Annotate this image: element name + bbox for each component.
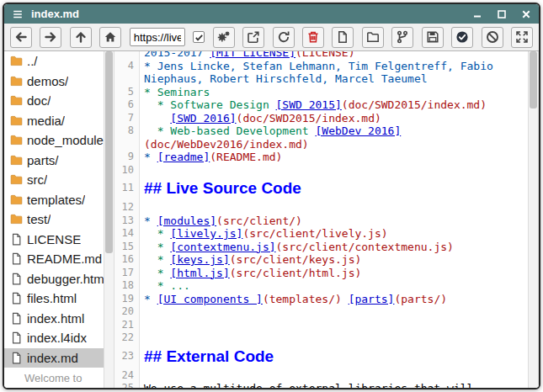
- sidebar-item-license[interactable]: LICENSE: [4, 230, 104, 250]
- file-name: debugger.html: [27, 272, 104, 286]
- line-number: 18: [114, 279, 140, 293]
- line-number: 12: [114, 201, 140, 215]
- code-line[interactable]: 20: [114, 305, 528, 319]
- code-line[interactable]: Niephaus, Robert Hirschfeld, Marcel Taeu…: [114, 72, 528, 86]
- code-line[interactable]: 5* Seminars: [114, 86, 528, 99]
- url-input[interactable]: [130, 28, 185, 46]
- folder-icon: [10, 114, 23, 127]
- open-external-button[interactable]: [242, 27, 264, 48]
- sidebar-item-debugger-html[interactable]: debugger.html: [4, 269, 104, 289]
- line-text: * [lively.js](src/client/lively.js): [140, 227, 528, 241]
- maximize-button[interactable]: [497, 9, 507, 19]
- code-line[interactable]: 21: [114, 319, 528, 332]
- close-icon: [521, 9, 531, 19]
- line-number: 9: [114, 151, 140, 164]
- code-line[interactable]: 12: [114, 201, 528, 215]
- file-icon: [10, 331, 23, 344]
- sidebar-scrollbar[interactable]: [104, 51, 114, 388]
- code-line[interactable]: 2015-2017 [MIT LICENSE](LICENSE): [114, 51, 528, 60]
- code-line[interactable]: 18 * ...: [114, 279, 528, 293]
- file-icon: [10, 252, 23, 265]
- sidebar-item-test[interactable]: test/: [4, 209, 104, 230]
- code-line[interactable]: 8 * Web-based Development [WebDev 2016]: [114, 124, 528, 138]
- editor-scrollbar[interactable]: [528, 51, 539, 388]
- refresh-button[interactable]: [273, 27, 295, 48]
- titlebar[interactable]: index.md: [4, 4, 539, 24]
- code-line[interactable]: 19* [UI components ](templates/) [parts]…: [114, 293, 528, 306]
- code-line[interactable]: 15 * [contextmenu.js](src/client/context…: [114, 241, 528, 254]
- line-number: 10: [114, 164, 140, 177]
- code-line[interactable]: 23## External Code: [114, 345, 528, 369]
- trash-icon: [306, 30, 320, 44]
- refresh-icon: [277, 30, 290, 44]
- back-button[interactable]: [10, 27, 32, 48]
- home-button[interactable]: [99, 27, 121, 48]
- app-window: index.md ../demos/doc/media/node_modules…: [3, 3, 540, 389]
- scrollbar-thumb[interactable]: [530, 51, 537, 109]
- sidebar-item-templates[interactable]: templates/: [4, 190, 104, 210]
- sidebar-item-doc[interactable]: doc/: [4, 91, 104, 111]
- file-name: README.md: [27, 252, 102, 266]
- line-text: Niephaus, Robert Hirschfeld, Marcel Taeu…: [140, 72, 528, 86]
- sidebar-item-index-md[interactable]: index.md: [4, 348, 104, 368]
- line-text: [140, 331, 528, 345]
- sidebar-item-media[interactable]: media/: [4, 111, 104, 131]
- expand-icon: [515, 30, 529, 44]
- sidebar-item-src[interactable]: src/: [4, 170, 104, 190]
- line-text: * Jens Lincke, Stefan Lehmann, Tim Felge…: [140, 60, 528, 73]
- delete-button[interactable]: [302, 27, 324, 48]
- version-control-button[interactable]: [391, 27, 413, 48]
- code-line[interactable]: 9* [readme](README.md): [114, 151, 528, 164]
- up-button[interactable]: [70, 27, 92, 48]
- menu-icon[interactable]: [12, 8, 24, 20]
- fullscreen-button[interactable]: [511, 27, 533, 48]
- code-line[interactable]: 22: [114, 331, 528, 345]
- sidebar-item-files-html[interactable]: files.html: [4, 289, 104, 309]
- forward-button[interactable]: [40, 27, 61, 48]
- code-line[interactable]: 13* [modules](src/client/): [114, 215, 528, 228]
- checkmark-icon: [194, 33, 204, 42]
- gears-icon: [217, 30, 231, 44]
- line-number: 8: [114, 124, 140, 138]
- minimize-button[interactable]: [472, 9, 482, 19]
- scrollbar-thumb[interactable]: [105, 51, 113, 253]
- close-button[interactable]: [521, 9, 531, 19]
- sidebar-item-readme-md[interactable]: README.md: [4, 249, 104, 269]
- file-name: index.md: [27, 351, 78, 365]
- line-number: 15: [114, 241, 140, 254]
- accept-button[interactable]: [451, 27, 473, 48]
- sidebar-item-parts[interactable]: parts/: [4, 151, 104, 171]
- cancel-button[interactable]: [482, 27, 503, 48]
- sidebar-item-index-l4idx[interactable]: index.l4idx: [4, 328, 104, 348]
- code-line[interactable]: 16 * [keys.js](src/client/keys.js): [114, 253, 528, 267]
- code-line[interactable]: 4* Jens Lincke, Stefan Lehmann, Tim Felg…: [114, 60, 528, 73]
- code-line[interactable]: 24: [114, 369, 528, 383]
- settings-button[interactable]: [213, 27, 235, 48]
- minimize-icon: [472, 9, 482, 19]
- code-line[interactable]: 7 [SWD 2016](doc/SWD2015/index.md): [114, 112, 528, 125]
- file-icon: [10, 273, 23, 285]
- code-line[interactable]: 10: [114, 164, 528, 177]
- arrow-left-icon: [14, 30, 28, 44]
- deps-checkbox[interactable]: [193, 31, 205, 43]
- line-number: 7: [114, 112, 140, 125]
- code-line[interactable]: 6 * Software Design [SWD 2015](doc/SWD20…: [114, 98, 528, 112]
- home-icon: [104, 30, 117, 44]
- file-icon: [10, 312, 23, 325]
- code-line[interactable]: 11## Live Source Code: [114, 177, 528, 201]
- new-folder-button[interactable]: [362, 27, 384, 48]
- code-line[interactable]: 25We use a multitude of external librari…: [114, 382, 528, 388]
- sidebar-item-index-html[interactable]: index.html: [4, 309, 104, 329]
- line-text: ## External Code: [140, 345, 528, 369]
- editor-lines: 2015-2017 [MIT LICENSE](LICENSE)4* Jens …: [114, 51, 528, 388]
- code-line[interactable]: (doc/WebDev2016/index.md): [114, 138, 528, 151]
- line-text: * [keys.js](src/client/keys.js): [140, 253, 528, 267]
- sidebar-item-node-modules[interactable]: node_modules/: [4, 130, 104, 151]
- code-line[interactable]: 14 * [lively.js](src/client/lively.js): [114, 227, 528, 241]
- sidebar-item-demos[interactable]: demos/: [4, 72, 104, 92]
- new-file-button[interactable]: [332, 27, 354, 48]
- sidebar-item-[interactable]: ../: [4, 51, 104, 72]
- save-button[interactable]: [422, 27, 444, 48]
- code-line[interactable]: 17 * [html.js](src/client/html.js): [114, 267, 528, 280]
- editor[interactable]: 2015-2017 [MIT LICENSE](LICENSE)4* Jens …: [114, 51, 528, 388]
